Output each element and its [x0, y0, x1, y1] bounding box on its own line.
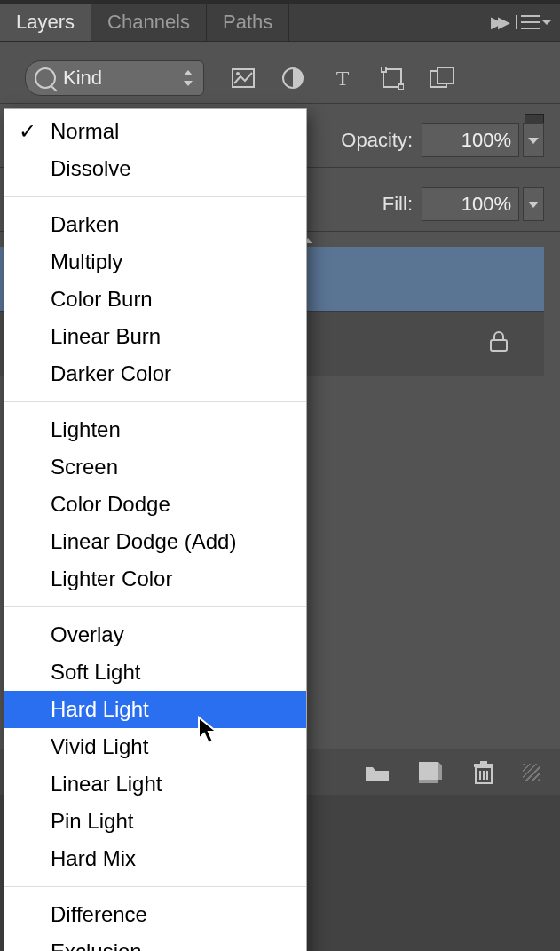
svg-rect-10	[419, 762, 438, 780]
blend-item-exclusion[interactable]: Exclusion	[4, 933, 306, 951]
panel-menu-button[interactable]	[516, 15, 551, 29]
blend-item-difference[interactable]: Difference	[4, 896, 306, 933]
blend-item-dissolve[interactable]: Dissolve	[4, 150, 306, 187]
opacity-dropdown-button[interactable]	[523, 123, 544, 157]
blend-item-hard-mix[interactable]: Hard Mix	[4, 840, 306, 877]
blend-item-label: Hard Mix	[51, 846, 136, 870]
opacity-value: 100%	[461, 129, 511, 152]
stepper-icon	[182, 70, 194, 86]
blend-item-label: Linear Burn	[51, 324, 161, 348]
tab-layers-label: Layers	[16, 11, 75, 34]
filter-type-icon[interactable]: T	[330, 66, 355, 91]
menu-separator	[4, 401, 306, 402]
blend-item-darker-color[interactable]: Darker Color	[4, 355, 306, 392]
blend-item-label: Darken	[51, 212, 119, 236]
filter-adjustment-icon[interactable]	[280, 66, 305, 91]
blend-item-hard-light[interactable]: Hard Light	[4, 691, 306, 728]
blend-item-label: Dissolve	[51, 156, 131, 180]
blend-item-label: Linear Light	[51, 772, 162, 796]
blend-item-linear-burn[interactable]: Linear Burn	[4, 318, 306, 355]
blend-item-overlay[interactable]: Overlay	[4, 616, 306, 654]
resize-grip-icon[interactable]	[523, 764, 540, 781]
blend-item-label: Vivid Light	[51, 734, 148, 758]
menu-icon	[521, 15, 540, 29]
fill-value: 100%	[461, 193, 511, 216]
fill-label: Fill:	[383, 193, 413, 216]
blend-item-linear-dodge[interactable]: Linear Dodge (Add)	[4, 523, 306, 560]
svg-rect-8	[438, 67, 454, 83]
svg-rect-15	[474, 764, 493, 767]
blend-item-lighter-color[interactable]: Lighter Color	[4, 560, 306, 598]
svg-rect-16	[480, 761, 487, 764]
blend-item-label: Overlay	[51, 622, 124, 646]
tab-channels-label: Channels	[107, 11, 190, 34]
panel-tab-bar: Layers Channels Paths ▶▶	[0, 4, 560, 42]
blend-item-normal[interactable]: Normal	[4, 113, 306, 150]
collapse-panel-icon[interactable]: ▶▶	[491, 12, 505, 32]
menu-separator	[4, 196, 306, 197]
filter-smartobject-icon[interactable]	[430, 66, 454, 91]
blend-group-4: Overlay Soft Light Hard Light Vivid Ligh…	[4, 613, 306, 881]
blend-item-label: Darker Color	[51, 361, 171, 385]
blend-item-label: Normal	[51, 119, 119, 143]
menu-separator	[4, 606, 306, 607]
blend-item-pin-light[interactable]: Pin Light	[4, 803, 306, 840]
blend-mode-menu: Normal Dissolve Darken Multiply Color Bu…	[4, 108, 307, 951]
svg-rect-9	[491, 340, 507, 351]
blend-item-lighten[interactable]: Lighten	[4, 411, 306, 448]
tab-channels[interactable]: Channels	[91, 4, 207, 41]
new-layer-button[interactable]	[416, 758, 445, 787]
blend-item-multiply[interactable]: Multiply	[4, 243, 306, 281]
blend-group-3: Lighten Screen Color Dodge Linear Dodge …	[4, 408, 306, 601]
filter-shape-icon[interactable]	[380, 66, 405, 91]
tab-paths[interactable]: Paths	[207, 4, 289, 41]
delete-layer-button[interactable]	[469, 758, 498, 787]
blend-item-color-burn[interactable]: Color Burn	[4, 281, 306, 318]
blend-item-soft-light[interactable]: Soft Light	[4, 654, 306, 691]
tab-layers[interactable]: Layers	[0, 4, 91, 41]
blend-item-label: Color Dodge	[51, 492, 170, 516]
blend-item-darken[interactable]: Darken	[4, 206, 306, 243]
filter-kind-select[interactable]: Kind	[25, 60, 204, 96]
blend-item-label: Difference	[51, 902, 147, 926]
fill-dropdown-button[interactable]	[523, 187, 544, 221]
blend-item-label: Color Burn	[51, 287, 153, 311]
svg-rect-5	[381, 67, 386, 72]
svg-text:T: T	[336, 67, 350, 89]
blend-item-label: Linear Dodge (Add)	[51, 529, 236, 553]
blend-item-vivid-light[interactable]: Vivid Light	[4, 728, 306, 765]
blend-item-label: Multiply	[51, 250, 122, 273]
blend-item-label: Lighter Color	[51, 567, 172, 590]
blend-item-label: Hard Light	[51, 697, 149, 721]
opacity-value-input[interactable]: 100%	[422, 123, 519, 157]
opacity-label: Opacity:	[341, 129, 413, 152]
blend-item-label: Pin Light	[51, 809, 133, 833]
new-group-button[interactable]	[363, 758, 391, 787]
lock-icon[interactable]	[489, 329, 509, 358]
search-icon	[35, 67, 56, 89]
blend-item-label: Screen	[51, 455, 118, 479]
blend-group-1: Normal Dissolve	[4, 109, 306, 191]
divider-icon	[516, 15, 517, 29]
blend-item-label: Soft Light	[51, 660, 140, 684]
blend-item-label: Lighten	[51, 417, 121, 441]
layers-panel: Layers Channels Paths ▶▶ Kind	[0, 0, 560, 951]
svg-rect-6	[398, 84, 404, 90]
menu-separator	[4, 886, 306, 887]
svg-point-1	[236, 72, 240, 75]
blend-item-screen[interactable]: Screen	[4, 448, 306, 486]
blend-group-2: Darken Multiply Color Burn Linear Burn D…	[4, 202, 306, 396]
blend-item-color-dodge[interactable]: Color Dodge	[4, 486, 306, 523]
blend-item-label: Exclusion	[51, 939, 142, 951]
filter-type-icons: T	[231, 66, 454, 91]
layer-filter-row: Kind T	[0, 53, 560, 104]
filter-kind-label: Kind	[63, 67, 102, 90]
fill-value-input[interactable]: 100%	[422, 187, 519, 221]
chevron-down-icon	[542, 20, 551, 25]
blend-item-linear-light[interactable]: Linear Light	[4, 765, 306, 803]
filter-pixel-icon[interactable]	[231, 66, 256, 91]
tab-paths-label: Paths	[223, 11, 272, 34]
blend-group-5: Difference Exclusion	[4, 892, 306, 951]
